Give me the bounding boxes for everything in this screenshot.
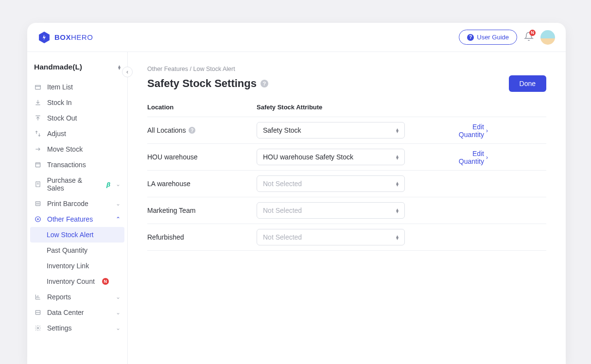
breadcrumb: Other Features / Low Stock Alert xyxy=(147,66,546,72)
page-title: Safety Stock Settings ? xyxy=(147,77,268,90)
table-row: HOU warehouseHOU warehouse Safety Stock▴… xyxy=(147,144,546,171)
safety-stock-select[interactable]: Not Selected▴▾ xyxy=(257,175,405,192)
safety-stock-select[interactable]: HOU warehouse Safety Stock▴▾ xyxy=(257,149,405,165)
sidebar-item-stock-in[interactable]: Stock In xyxy=(27,95,127,110)
sidebar-item-data-center[interactable]: Data Center ⌄ xyxy=(27,305,127,320)
document-icon xyxy=(34,181,42,188)
sort-icon: ▴▾ xyxy=(396,155,399,159)
edit-quantity-link[interactable]: Edit Quantity› xyxy=(449,150,546,165)
gear-icon xyxy=(34,325,42,331)
col-action-header xyxy=(449,104,546,111)
sidebar-item-label: Stock In xyxy=(47,99,72,106)
select-value: HOU warehouse Safety Stock xyxy=(263,153,353,161)
sort-icon: ▴▾ xyxy=(396,208,399,213)
logo-icon xyxy=(38,31,51,44)
select-value: Safety Stock xyxy=(263,126,301,134)
sidebar-subnav: Low Stock Alert Past Quantity Inventory … xyxy=(27,227,127,289)
safety-stock-select[interactable]: Safety Stock▴▾ xyxy=(257,122,405,139)
chevron-down-icon: ⌄ xyxy=(116,181,121,188)
question-icon: ? xyxy=(467,34,474,41)
sidebar-subitem-inventory-link[interactable]: Inventory Link xyxy=(27,258,127,274)
sidebar-item-label: Adjust xyxy=(47,130,66,138)
safety-stock-select[interactable]: Not Selected▴▾ xyxy=(257,202,405,219)
calendar-icon xyxy=(34,161,42,168)
adjust-icon xyxy=(34,130,42,137)
chevron-right-icon: › xyxy=(486,154,488,161)
sidebar-subitem-label: Inventory Count xyxy=(47,277,95,285)
svg-point-7 xyxy=(37,327,39,329)
sidebar-item-label: Item List xyxy=(47,83,73,91)
help-icon[interactable]: ? xyxy=(189,127,195,134)
edit-quantity-link[interactable]: Edit Quantity› xyxy=(449,123,546,139)
sort-icon: ▴▾ xyxy=(396,128,399,133)
location-label: All Locations? xyxy=(147,126,257,134)
sidebar-nav: Item List Stock In Stock Out Adjust Move… xyxy=(27,79,127,336)
header-actions: ? User Guide N xyxy=(459,30,555,45)
notifications-button[interactable]: N xyxy=(524,32,534,43)
sidebar-item-label: Purchase & Sales xyxy=(47,176,100,192)
done-button[interactable]: Done xyxy=(509,75,546,92)
title-row: Safety Stock Settings ? Done xyxy=(147,75,546,92)
sidebar-subitem-low-stock-alert[interactable]: Low Stock Alert xyxy=(30,227,124,243)
sidebar-item-print-barcode[interactable]: Print Barcode ⌄ xyxy=(27,196,127,211)
sidebar-item-purchase-sales[interactable]: Purchase & Sales β ⌄ xyxy=(27,173,127,196)
location-text: Refurbished xyxy=(147,233,184,241)
sidebar-collapse-button[interactable]: ‹ xyxy=(122,67,133,77)
select-value: Not Selected xyxy=(263,180,302,188)
breadcrumb-part[interactable]: Other Features xyxy=(147,66,188,72)
col-attribute-header: Safety Stock Attribute xyxy=(257,104,449,111)
sidebar-item-move-stock[interactable]: Move Stock xyxy=(27,141,127,157)
breadcrumb-part[interactable]: Low Stock Alert xyxy=(193,66,235,72)
sort-icon: ▴▾ xyxy=(396,181,399,186)
main-content: Other Features / Low Stock Alert Safety … xyxy=(128,52,566,364)
sort-icon: ▴▾ xyxy=(118,65,121,69)
sidebar-item-label: Reports xyxy=(47,293,71,301)
notification-badge: N xyxy=(529,30,536,36)
breadcrumb-sep: / xyxy=(190,66,193,72)
team-name: Handmade(L) xyxy=(34,63,82,71)
sidebar-subitem-label: Past Quantity xyxy=(47,246,87,254)
download-icon xyxy=(34,99,42,106)
sidebar-subitem-inventory-count[interactable]: Inventory Count N xyxy=(27,274,127,289)
sidebar-item-label: Other Features xyxy=(47,215,93,223)
select-value: Not Selected xyxy=(263,207,302,214)
box-icon xyxy=(34,84,42,90)
user-guide-button[interactable]: ? User Guide xyxy=(459,30,517,45)
sidebar-item-settings[interactable]: Settings ⌄ xyxy=(27,320,127,336)
location-label: LA warehouse xyxy=(147,180,257,188)
safety-stock-select[interactable]: Not Selected▴▾ xyxy=(257,229,405,245)
chevron-down-icon: ⌄ xyxy=(116,200,121,207)
location-text: HOU warehouse xyxy=(147,153,198,161)
sidebar-item-other-features[interactable]: Other Features ⌃ xyxy=(27,211,127,227)
sidebar-item-item-list[interactable]: Item List xyxy=(27,79,127,95)
sidebar-item-label: Data Center xyxy=(47,309,84,316)
sidebar-subitem-past-quantity[interactable]: Past Quantity xyxy=(27,243,127,258)
table-row: RefurbishedNot Selected▴▾ xyxy=(147,224,546,251)
chevron-down-icon: ⌄ xyxy=(116,294,121,300)
sidebar-subitem-label: Inventory Link xyxy=(47,262,89,270)
sidebar-item-label: Move Stock xyxy=(47,145,83,153)
avatar[interactable] xyxy=(540,30,555,45)
barcode-icon xyxy=(34,200,42,207)
location-label: Marketing Team xyxy=(147,207,257,214)
table-row: Marketing TeamNot Selected▴▾ xyxy=(147,197,546,224)
user-guide-label: User Guide xyxy=(477,34,509,41)
chevron-right-icon: › xyxy=(486,127,488,134)
table-row: LA warehouseNot Selected▴▾ xyxy=(147,171,546,197)
help-icon[interactable]: ? xyxy=(261,80,268,87)
chart-icon xyxy=(34,294,42,300)
sidebar-item-transactions[interactable]: Transactions xyxy=(27,157,127,173)
sidebar-item-adjust[interactable]: Adjust xyxy=(27,126,127,141)
sidebar-item-reports[interactable]: Reports ⌄ xyxy=(27,289,127,305)
page-title-text: Safety Stock Settings xyxy=(147,77,257,90)
location-text: All Locations xyxy=(147,126,186,134)
sidebar-item-label: Transactions xyxy=(47,161,86,169)
logo[interactable]: BOXHERO xyxy=(38,31,93,44)
sidebar-item-stock-out[interactable]: Stock Out xyxy=(27,110,127,126)
team-selector[interactable]: Handmade(L) ▴▾ xyxy=(27,60,127,79)
logo-text: BOXHERO xyxy=(54,33,93,41)
beta-badge: β xyxy=(106,181,110,188)
edit-quantity-label: Edit Quantity xyxy=(449,150,484,165)
app-window: BOXHERO ? User Guide N ‹ Handmade(L) xyxy=(27,23,566,364)
location-text: Marketing Team xyxy=(147,207,195,214)
